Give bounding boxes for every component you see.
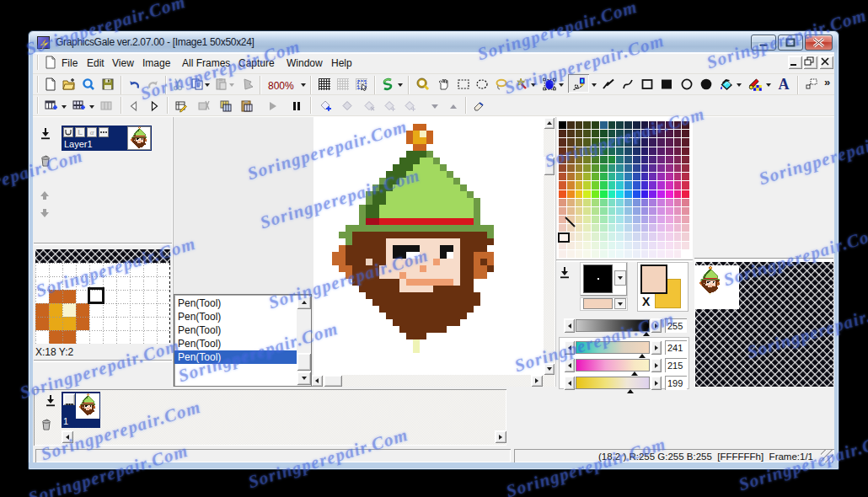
svg-text:A: A xyxy=(779,77,790,91)
